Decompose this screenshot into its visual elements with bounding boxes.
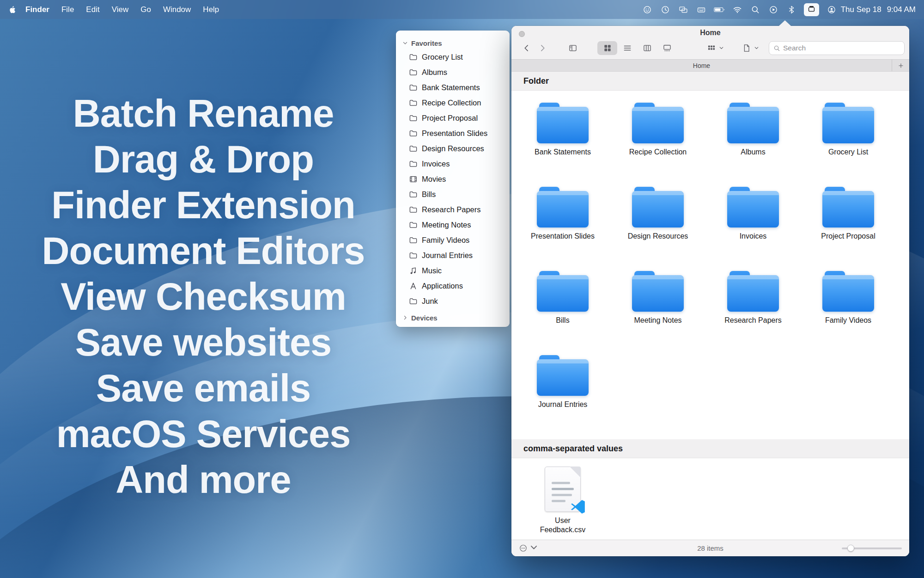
- sidebar-item-movies[interactable]: Movies: [401, 172, 505, 187]
- sidebar-item-label: Design Resources: [422, 144, 484, 153]
- list-view-button[interactable]: [617, 41, 637, 55]
- menu-view[interactable]: View: [106, 5, 135, 14]
- sidebar-item-label: Project Proposal: [422, 114, 478, 123]
- folder-icon: [632, 103, 684, 143]
- tray-app-icon: [807, 4, 816, 15]
- folder-item-project-proposal[interactable]: Project Proposal: [804, 187, 892, 271]
- sidebar-item-bank-statements[interactable]: Bank Statements: [401, 80, 505, 95]
- sidebar-item-grocery-list[interactable]: Grocery List: [401, 49, 505, 65]
- folder-item-journal-entries[interactable]: Journal Entries: [519, 355, 607, 439]
- folder-icon: [537, 355, 589, 396]
- gallery-view-button[interactable]: [657, 41, 677, 55]
- folder-item-grocery-list[interactable]: Grocery List: [804, 103, 892, 187]
- sidebar-item-design-resources[interactable]: Design Resources: [401, 141, 505, 156]
- sidebar-item-music[interactable]: Music: [401, 263, 505, 278]
- sidebar-item-applications[interactable]: Applications: [401, 278, 505, 294]
- window-chrome: Home: [511, 26, 909, 72]
- screen-mirroring-icon[interactable]: [678, 4, 689, 15]
- voice-assistant-icon[interactable]: [642, 4, 653, 15]
- sidebar-favorites-header[interactable]: Favorites: [401, 37, 505, 49]
- search-input[interactable]: [783, 44, 900, 52]
- folder-item-bank-statements[interactable]: Bank Statements: [519, 103, 607, 187]
- forward-button[interactable]: [536, 42, 548, 55]
- tab-home[interactable]: Home: [511, 60, 892, 71]
- folder-icon: [822, 271, 874, 312]
- sidebar-toggle-button[interactable]: [567, 42, 579, 55]
- sidebar-item-label: Bank Statements: [422, 83, 480, 92]
- sidebar-item-journal-entries[interactable]: Journal Entries: [401, 248, 505, 263]
- sidebar-item-albums[interactable]: Albums: [401, 65, 505, 80]
- column-view-button[interactable]: [637, 41, 657, 55]
- action-button[interactable]: [741, 42, 759, 55]
- battery-icon[interactable]: [714, 4, 725, 15]
- sidebar-item-meeting-notes[interactable]: Meeting Notes: [401, 217, 505, 233]
- folder-item-design-resources[interactable]: Design Resources: [614, 187, 702, 271]
- file-item-user-feedback-csv[interactable]: User Feedback.csv: [519, 467, 607, 540]
- folder-icon: [408, 205, 418, 214]
- menu-bar-clock[interactable]: Thu Sep 18 9:04 AM: [841, 5, 916, 14]
- sidebar-item-presentation-slides[interactable]: Presentation Slides: [401, 126, 505, 141]
- fast-user-switch-icon[interactable]: [826, 4, 837, 15]
- menu-file[interactable]: File: [55, 5, 80, 14]
- keyboard-icon[interactable]: [696, 4, 707, 15]
- sidebar-item-project-proposal[interactable]: Project Proposal: [401, 111, 505, 126]
- apple-menu-icon[interactable]: [8, 6, 17, 14]
- icon-size-slider[interactable]: [842, 545, 902, 552]
- menu-window[interactable]: Window: [157, 5, 197, 14]
- item-label: Project Proposal: [821, 232, 875, 241]
- folder-icon: [727, 103, 779, 143]
- search-field[interactable]: [769, 41, 905, 55]
- menu-edit[interactable]: Edit: [80, 5, 105, 14]
- folder-item-meeting-notes[interactable]: Meeting Notes: [614, 271, 702, 355]
- sidebar-favorites-label: Favorites: [411, 39, 442, 47]
- sidebar-item-family-videos[interactable]: Family Videos: [401, 233, 505, 248]
- time-machine-icon[interactable]: [660, 4, 671, 15]
- sidebar-item-bills[interactable]: Bills: [401, 187, 505, 202]
- item-label: Design Resources: [628, 232, 688, 241]
- sidebar-item-label: Junk: [422, 297, 438, 306]
- folder-icon: [408, 190, 418, 199]
- folder-icon: [727, 187, 779, 228]
- sidebar-item-label: Recipe Collection: [422, 98, 481, 107]
- finder-sidebar-panel: Favorites Grocery ListAlbumsBank Stateme…: [396, 31, 510, 327]
- menu-help[interactable]: Help: [197, 5, 225, 14]
- sidebar-item-research-papers[interactable]: Research Papers: [401, 202, 505, 217]
- sidebar-item-recipe-collection[interactable]: Recipe Collection: [401, 95, 505, 111]
- new-tab-button[interactable]: [892, 60, 909, 71]
- sidebar-devices-header[interactable]: Devices: [401, 311, 505, 324]
- active-menu-extra[interactable]: [804, 3, 819, 16]
- sidebar-item-junk[interactable]: Junk: [401, 294, 505, 309]
- sidebar-item-label: Albums: [422, 68, 447, 77]
- sidebar-item-invoices[interactable]: Invoices: [401, 156, 505, 172]
- folder-item-albums[interactable]: Albums: [709, 103, 797, 187]
- finder-window: Home: [511, 26, 909, 556]
- folder-item-invoices[interactable]: Invoices: [709, 187, 797, 271]
- slider-knob[interactable]: [847, 545, 854, 552]
- folder-item-bills[interactable]: Bills: [519, 271, 607, 355]
- folder-icon: [408, 144, 418, 153]
- folder-item-research-papers[interactable]: Research Papers: [709, 271, 797, 355]
- menu-app-name[interactable]: Finder: [19, 5, 55, 14]
- folder-item-recipe-collection[interactable]: Recipe Collection: [614, 103, 702, 187]
- wifi-icon[interactable]: [732, 4, 743, 15]
- item-label: User Feedback.csv: [537, 516, 589, 535]
- clock-date: Thu Sep 18: [841, 5, 881, 14]
- folder-icon: [408, 160, 418, 168]
- spotlight-icon[interactable]: [750, 4, 761, 15]
- folder-item-family-videos[interactable]: Family Videos: [804, 271, 892, 355]
- bluetooth-icon[interactable]: [786, 4, 797, 15]
- group-by-button[interactable]: [705, 42, 724, 55]
- close-button[interactable]: [519, 31, 525, 37]
- sidebar-item-label: Music: [422, 266, 442, 275]
- desktop: Finder FileEditViewGoWindowHelp Thu Sep …: [0, 0, 924, 578]
- icon-view-button[interactable]: [597, 41, 617, 55]
- back-button[interactable]: [521, 42, 533, 55]
- folder-item-presentation-slides[interactable]: Presentation Slides: [519, 187, 607, 271]
- menu-go[interactable]: Go: [134, 5, 157, 14]
- now-playing-icon[interactable]: [768, 4, 779, 15]
- window-content: FolderBank StatementsRecipe CollectionAl…: [511, 72, 909, 540]
- desktop-feature-text: Batch RenameDrag & DropFinder ExtensionD…: [18, 91, 388, 503]
- item-label: Albums: [741, 148, 765, 157]
- sidebar-devices-label: Devices: [411, 314, 438, 322]
- desktop-text-line: Finder Extension: [18, 182, 388, 228]
